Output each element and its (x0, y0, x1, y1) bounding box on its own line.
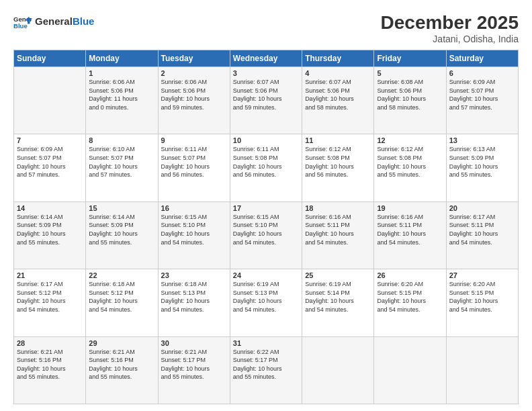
day-info: Sunrise: 6:20 AM Sunset: 5:15 PM Dayligh… (449, 280, 515, 314)
day-info: Sunrise: 6:16 AM Sunset: 5:11 PM Dayligh… (377, 213, 443, 246)
calendar-cell: 2Sunrise: 6:06 AM Sunset: 5:06 PM Daylig… (158, 67, 230, 134)
day-info: Sunrise: 6:13 AM Sunset: 5:09 PM Dayligh… (449, 145, 515, 179)
day-info: Sunrise: 6:19 AM Sunset: 5:14 PM Dayligh… (305, 280, 371, 314)
day-info: Sunrise: 6:07 AM Sunset: 5:06 PM Dayligh… (233, 78, 299, 111)
logo-text: GeneralBlue (35, 15, 94, 28)
day-number: 18 (305, 204, 371, 212)
location: Jatani, Odisha, India (381, 34, 519, 44)
calendar-cell: 25Sunrise: 6:19 AM Sunset: 5:14 PM Dayli… (302, 269, 374, 336)
header: General Blue GeneralBlue December 2025 J… (13, 12, 519, 44)
day-number: 6 (449, 69, 515, 77)
day-number: 25 (305, 271, 371, 279)
calendar-cell: 13Sunrise: 6:13 AM Sunset: 5:09 PM Dayli… (446, 134, 518, 201)
day-info: Sunrise: 6:09 AM Sunset: 5:07 PM Dayligh… (17, 145, 83, 179)
day-info: Sunrise: 6:19 AM Sunset: 5:13 PM Dayligh… (233, 280, 299, 314)
day-number: 5 (377, 69, 443, 77)
calendar-cell: 12Sunrise: 6:12 AM Sunset: 5:08 PM Dayli… (374, 134, 446, 201)
calendar-cell (374, 336, 446, 404)
day-number: 16 (161, 204, 227, 212)
calendar-cell: 31Sunrise: 6:22 AM Sunset: 5:17 PM Dayli… (230, 336, 302, 404)
day-info: Sunrise: 6:06 AM Sunset: 5:06 PM Dayligh… (161, 78, 227, 111)
calendar-header: SundayMondayTuesdayWednesdayThursdayFrid… (14, 50, 519, 67)
calendar-cell: 17Sunrise: 6:15 AM Sunset: 5:10 PM Dayli… (230, 201, 302, 269)
calendar-week-row: 7Sunrise: 6:09 AM Sunset: 5:07 PM Daylig… (14, 134, 519, 201)
day-info: Sunrise: 6:10 AM Sunset: 5:07 PM Dayligh… (89, 145, 154, 179)
svg-text:Blue: Blue (13, 22, 28, 30)
day-info: Sunrise: 6:21 AM Sunset: 5:16 PM Dayligh… (89, 348, 154, 381)
day-number: 27 (449, 271, 515, 279)
day-number: 11 (305, 136, 371, 144)
day-number: 21 (17, 271, 83, 279)
calendar-cell: 3Sunrise: 6:07 AM Sunset: 5:06 PM Daylig… (230, 67, 302, 134)
day-info: Sunrise: 6:14 AM Sunset: 5:09 PM Dayligh… (89, 213, 154, 246)
calendar-cell: 15Sunrise: 6:14 AM Sunset: 5:09 PM Dayli… (86, 201, 158, 269)
month-year: December 2025 (381, 12, 519, 34)
day-info: Sunrise: 6:08 AM Sunset: 5:06 PM Dayligh… (377, 78, 443, 111)
calendar-cell (302, 336, 374, 404)
day-number: 7 (17, 136, 83, 144)
calendar-cell: 4Sunrise: 6:07 AM Sunset: 5:06 PM Daylig… (302, 67, 374, 134)
day-number: 19 (377, 204, 443, 212)
calendar-cell: 28Sunrise: 6:21 AM Sunset: 5:16 PM Dayli… (14, 336, 86, 404)
day-info: Sunrise: 6:12 AM Sunset: 5:08 PM Dayligh… (377, 145, 443, 179)
calendar-cell: 10Sunrise: 6:11 AM Sunset: 5:08 PM Dayli… (230, 134, 302, 201)
day-number: 8 (89, 136, 154, 144)
weekday-header: Thursday (302, 50, 374, 67)
day-number: 28 (17, 339, 83, 347)
calendar-cell: 1Sunrise: 6:06 AM Sunset: 5:06 PM Daylig… (86, 67, 158, 134)
calendar-week-row: 28Sunrise: 6:21 AM Sunset: 5:16 PM Dayli… (14, 336, 519, 404)
calendar-cell: 26Sunrise: 6:20 AM Sunset: 5:15 PM Dayli… (374, 269, 446, 336)
calendar-cell: 11Sunrise: 6:12 AM Sunset: 5:08 PM Dayli… (302, 134, 374, 201)
calendar-cell: 22Sunrise: 6:18 AM Sunset: 5:12 PM Dayli… (86, 269, 158, 336)
day-info: Sunrise: 6:22 AM Sunset: 5:17 PM Dayligh… (233, 348, 299, 381)
day-info: Sunrise: 6:14 AM Sunset: 5:09 PM Dayligh… (17, 213, 83, 246)
day-number: 3 (233, 69, 299, 77)
day-number: 24 (233, 271, 299, 279)
day-number: 30 (161, 339, 227, 347)
page: General Blue GeneralBlue December 2025 J… (0, 0, 532, 411)
day-number: 20 (449, 204, 515, 212)
day-info: Sunrise: 6:07 AM Sunset: 5:06 PM Dayligh… (305, 78, 371, 111)
day-number: 26 (377, 271, 443, 279)
title-block: December 2025 Jatani, Odisha, India (381, 12, 519, 44)
day-number: 22 (89, 271, 154, 279)
calendar-cell: 30Sunrise: 6:21 AM Sunset: 5:17 PM Dayli… (158, 336, 230, 404)
logo-icon: General Blue (13, 12, 32, 31)
day-number: 14 (17, 204, 83, 212)
day-info: Sunrise: 6:17 AM Sunset: 5:11 PM Dayligh… (449, 213, 515, 246)
calendar-cell: 18Sunrise: 6:16 AM Sunset: 5:11 PM Dayli… (302, 201, 374, 269)
day-number: 12 (377, 136, 443, 144)
calendar-table: SundayMondayTuesdayWednesdayThursdayFrid… (13, 50, 519, 404)
calendar-cell: 7Sunrise: 6:09 AM Sunset: 5:07 PM Daylig… (14, 134, 86, 201)
day-info: Sunrise: 6:18 AM Sunset: 5:13 PM Dayligh… (161, 280, 227, 314)
day-number: 9 (161, 136, 227, 144)
weekday-header: Friday (374, 50, 446, 67)
calendar-cell (14, 67, 86, 134)
calendar-week-row: 21Sunrise: 6:17 AM Sunset: 5:12 PM Dayli… (14, 269, 519, 336)
day-info: Sunrise: 6:20 AM Sunset: 5:15 PM Dayligh… (377, 280, 443, 314)
calendar-week-row: 1Sunrise: 6:06 AM Sunset: 5:06 PM Daylig… (14, 67, 519, 134)
weekday-header: Tuesday (158, 50, 230, 67)
day-number: 31 (233, 339, 299, 347)
calendar-cell: 8Sunrise: 6:10 AM Sunset: 5:07 PM Daylig… (86, 134, 158, 201)
calendar-body: 1Sunrise: 6:06 AM Sunset: 5:06 PM Daylig… (14, 67, 519, 404)
calendar-cell: 27Sunrise: 6:20 AM Sunset: 5:15 PM Dayli… (446, 269, 518, 336)
day-number: 29 (89, 339, 154, 347)
day-info: Sunrise: 6:17 AM Sunset: 5:12 PM Dayligh… (17, 280, 83, 314)
logo: General Blue GeneralBlue (13, 12, 94, 31)
calendar-cell (446, 336, 518, 404)
calendar-cell: 5Sunrise: 6:08 AM Sunset: 5:06 PM Daylig… (374, 67, 446, 134)
logo-general: General (35, 15, 73, 27)
calendar-cell: 24Sunrise: 6:19 AM Sunset: 5:13 PM Dayli… (230, 269, 302, 336)
calendar-cell: 20Sunrise: 6:17 AM Sunset: 5:11 PM Dayli… (446, 201, 518, 269)
calendar-cell: 14Sunrise: 6:14 AM Sunset: 5:09 PM Dayli… (14, 201, 86, 269)
calendar-cell: 23Sunrise: 6:18 AM Sunset: 5:13 PM Dayli… (158, 269, 230, 336)
day-info: Sunrise: 6:16 AM Sunset: 5:11 PM Dayligh… (305, 213, 371, 246)
weekday-row: SundayMondayTuesdayWednesdayThursdayFrid… (14, 50, 519, 67)
day-info: Sunrise: 6:11 AM Sunset: 5:07 PM Dayligh… (161, 145, 227, 179)
day-info: Sunrise: 6:12 AM Sunset: 5:08 PM Dayligh… (305, 145, 371, 179)
day-info: Sunrise: 6:15 AM Sunset: 5:10 PM Dayligh… (161, 213, 227, 246)
day-number: 23 (161, 271, 227, 279)
day-number: 13 (449, 136, 515, 144)
day-number: 1 (89, 69, 154, 77)
